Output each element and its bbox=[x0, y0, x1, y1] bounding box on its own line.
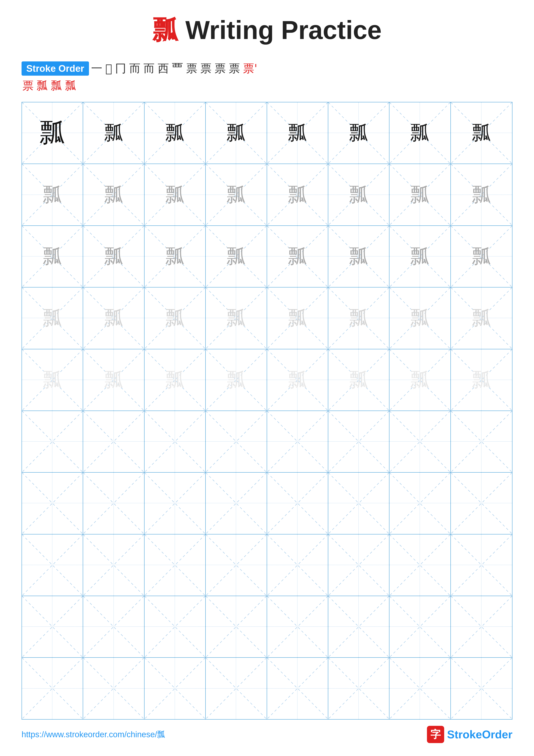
grid-cell[interactable]: 瓢 bbox=[22, 102, 83, 164]
footer-url[interactable]: https://www.strokeorder.com/chinese/瓢 bbox=[21, 729, 165, 740]
svg-line-0 bbox=[22, 102, 83, 164]
grid-cell[interactable]: 瓢 bbox=[144, 287, 206, 349]
grid-cell[interactable] bbox=[83, 472, 144, 534]
grid-cell[interactable] bbox=[22, 534, 83, 596]
grid-cell[interactable]: 瓢 bbox=[390, 164, 451, 225]
svg-line-22 bbox=[206, 164, 267, 225]
svg-line-38 bbox=[206, 226, 267, 287]
grid-cell[interactable]: 瓢 bbox=[390, 102, 451, 164]
grid-cell[interactable] bbox=[390, 534, 451, 596]
grid-cell[interactable]: 瓢 bbox=[83, 226, 144, 287]
grid-cell[interactable]: 瓢 bbox=[328, 164, 390, 225]
grid-cell[interactable] bbox=[451, 411, 512, 472]
grid-cell[interactable] bbox=[267, 658, 328, 719]
grid-cell[interactable]: 瓢 bbox=[328, 226, 390, 287]
grid-cell[interactable] bbox=[451, 534, 512, 596]
grid-cell[interactable] bbox=[451, 658, 512, 719]
grid-cell[interactable] bbox=[267, 596, 328, 657]
grid-cell[interactable]: 瓢 bbox=[328, 287, 390, 349]
svg-line-91 bbox=[328, 411, 389, 472]
grid-cell[interactable] bbox=[267, 534, 328, 596]
svg-line-80 bbox=[22, 411, 83, 472]
grid-cell[interactable] bbox=[144, 534, 206, 596]
grid-cell[interactable]: 瓢 bbox=[390, 226, 451, 287]
grid-cell[interactable]: 瓢 bbox=[267, 287, 328, 349]
grid-cell[interactable]: 瓢 bbox=[451, 102, 512, 164]
grid-cell[interactable]: 瓢 bbox=[22, 164, 83, 225]
grid-cell[interactable] bbox=[328, 596, 390, 657]
grid-cell[interactable] bbox=[267, 411, 328, 472]
grid-cell[interactable] bbox=[144, 411, 206, 472]
grid-cell[interactable] bbox=[206, 411, 267, 472]
grid-cell[interactable] bbox=[83, 534, 144, 596]
grid-cell[interactable] bbox=[328, 411, 390, 472]
grid-cell[interactable] bbox=[206, 658, 267, 719]
grid-cell[interactable] bbox=[22, 658, 83, 719]
svg-line-68 bbox=[144, 349, 205, 411]
grid-cell[interactable]: 瓢 bbox=[83, 164, 144, 225]
grid-cell[interactable] bbox=[144, 658, 206, 719]
svg-line-122 bbox=[328, 534, 389, 596]
grid-cell[interactable]: 瓢 bbox=[206, 349, 267, 411]
svg-line-109 bbox=[390, 472, 450, 534]
svg-line-133 bbox=[144, 596, 205, 657]
grid-cell[interactable] bbox=[206, 534, 267, 596]
grid-cell[interactable]: 瓢 bbox=[206, 287, 267, 349]
svg-line-61 bbox=[390, 287, 450, 349]
grid-cell[interactable]: 瓢 bbox=[390, 287, 451, 349]
grid-cell[interactable]: 瓢 bbox=[267, 226, 328, 287]
grid-cell[interactable] bbox=[390, 658, 451, 719]
grid-cell[interactable]: 瓢 bbox=[451, 287, 512, 349]
grid-cell[interactable]: 瓢 bbox=[451, 349, 512, 411]
grid-cell[interactable]: 瓢 bbox=[206, 226, 267, 287]
grid-cell[interactable]: 瓢 bbox=[144, 102, 206, 164]
grid-cell[interactable] bbox=[22, 411, 83, 472]
grid-cell[interactable]: 瓢 bbox=[451, 164, 512, 225]
grid-cell[interactable]: 瓢 bbox=[451, 226, 512, 287]
grid-cell[interactable] bbox=[22, 596, 83, 657]
grid-cell[interactable] bbox=[144, 472, 206, 534]
grid-cell[interactable] bbox=[83, 658, 144, 719]
grid-cell[interactable]: 瓢 bbox=[83, 102, 144, 164]
svg-line-95 bbox=[451, 411, 512, 472]
grid-cell[interactable] bbox=[83, 596, 144, 657]
grid-cell[interactable] bbox=[451, 596, 512, 657]
grid-cell[interactable] bbox=[328, 658, 390, 719]
grid-row: 瓢瓢瓢瓢瓢瓢瓢瓢 bbox=[22, 287, 512, 349]
grid-cell[interactable]: 瓢 bbox=[267, 102, 328, 164]
grid-cell[interactable] bbox=[267, 472, 328, 534]
grid-cell[interactable] bbox=[144, 596, 206, 657]
grid-cell[interactable]: 瓢 bbox=[206, 164, 267, 225]
grid-cell[interactable] bbox=[83, 411, 144, 472]
grid-cell[interactable]: 瓢 bbox=[206, 102, 267, 164]
svg-line-124 bbox=[390, 534, 450, 596]
grid-cell[interactable]: 瓢 bbox=[22, 287, 83, 349]
svg-line-134 bbox=[206, 596, 267, 657]
grid-cell[interactable]: 瓢 bbox=[83, 287, 144, 349]
grid-cell[interactable] bbox=[390, 596, 451, 657]
svg-line-150 bbox=[206, 658, 267, 719]
svg-line-37 bbox=[144, 226, 205, 287]
practice-char: 瓢 bbox=[43, 185, 62, 204]
grid-cell[interactable]: 瓢 bbox=[328, 102, 390, 164]
grid-cell[interactable] bbox=[451, 472, 512, 534]
grid-cell[interactable] bbox=[22, 472, 83, 534]
grid-cell[interactable]: 瓢 bbox=[83, 349, 144, 411]
grid-cell[interactable]: 瓢 bbox=[144, 349, 206, 411]
grid-cell[interactable] bbox=[390, 472, 451, 534]
svg-line-158 bbox=[451, 658, 512, 719]
grid-cell[interactable]: 瓢 bbox=[390, 349, 451, 411]
grid-cell[interactable]: 瓢 bbox=[144, 226, 206, 287]
grid-cell[interactable]: 瓢 bbox=[144, 164, 206, 225]
grid-cell[interactable] bbox=[206, 472, 267, 534]
grid-cell[interactable] bbox=[328, 534, 390, 596]
grid-cell[interactable] bbox=[206, 596, 267, 657]
grid-cell[interactable]: 瓢 bbox=[267, 349, 328, 411]
grid-cell[interactable] bbox=[390, 411, 451, 472]
grid-cell[interactable]: 瓢 bbox=[267, 164, 328, 225]
grid-cell[interactable]: 瓢 bbox=[328, 349, 390, 411]
grid-cell[interactable]: 瓢 bbox=[22, 349, 83, 411]
grid-cell[interactable] bbox=[328, 472, 390, 534]
grid-cell[interactable]: 瓢 bbox=[22, 226, 83, 287]
svg-line-10 bbox=[328, 102, 389, 164]
